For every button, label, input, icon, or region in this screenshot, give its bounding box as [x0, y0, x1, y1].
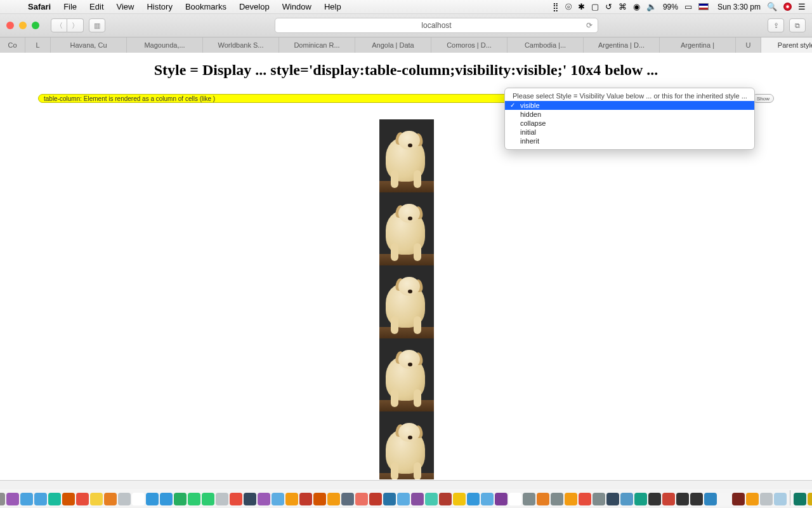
dock-app-icon[interactable]	[230, 493, 242, 505]
dropdown-option[interactable]: collapse	[505, 119, 754, 128]
dock-app-icon[interactable]	[272, 493, 284, 505]
back-button[interactable]: 〈	[51, 18, 67, 32]
browser-tab[interactable]: L	[25, 37, 51, 53]
browser-tab[interactable]: Cambodia |...	[508, 37, 584, 53]
menuextra-icon[interactable]: ⣿	[553, 2, 559, 11]
dropdown-option[interactable]: inherit	[505, 137, 754, 145]
dock-app-icon[interactable]	[258, 493, 270, 505]
dock-app-icon[interactable]	[453, 493, 466, 505]
browser-tab[interactable]: Havana, Cu	[51, 37, 127, 53]
dock-app-icon[interactable]	[794, 493, 806, 505]
dock-app-icon[interactable]	[20, 493, 33, 505]
browser-tab[interactable]: Angola | Data	[355, 37, 431, 53]
dock-app-icon[interactable]	[188, 493, 200, 505]
dock-app-icon[interactable]	[634, 493, 647, 505]
browser-tab[interactable]: Magounda,...	[127, 37, 203, 53]
menu-edit[interactable]: Edit	[83, 2, 110, 11]
menu-develop[interactable]: Develop	[233, 2, 276, 11]
dock-app-icon[interactable]	[174, 493, 187, 505]
tabs-button[interactable]: ⧉	[789, 18, 806, 32]
browser-tab[interactable]: Comoros | D...	[431, 37, 508, 53]
menu-file[interactable]: File	[57, 2, 83, 11]
dock-app-icon[interactable]	[369, 493, 382, 505]
reload-icon[interactable]: ⟳	[586, 21, 593, 30]
menu-view[interactable]: View	[110, 2, 141, 11]
minimize-window-button[interactable]	[19, 22, 27, 29]
bluetooth-icon[interactable]: ⌘	[619, 2, 627, 11]
dock-app-icon[interactable]	[146, 493, 159, 505]
dock-app-icon[interactable]	[481, 493, 494, 505]
zoom-window-button[interactable]	[32, 22, 39, 29]
notification-center-icon[interactable]: ☰	[798, 2, 806, 11]
dropdown-option[interactable]: visible	[505, 101, 754, 110]
dock-app-icon[interactable]	[620, 493, 633, 505]
dock-app-icon[interactable]	[593, 493, 605, 505]
dock-app-icon[interactable]	[565, 493, 577, 505]
spotlight-icon[interactable]: 🔍	[767, 2, 777, 11]
dock-app-icon[interactable]	[760, 493, 773, 505]
menu-bookmarks[interactable]: Bookmarks	[179, 2, 233, 11]
dock-app-icon[interactable]	[6, 493, 19, 505]
dock-app-icon[interactable]	[0, 493, 5, 505]
menuextra-icon[interactable]: ✱	[578, 2, 585, 11]
dock-app-icon[interactable]	[439, 493, 452, 505]
dock-app-icon[interactable]	[118, 493, 131, 505]
browser-tab[interactable]: Dominican R...	[279, 37, 355, 53]
dock-app-icon[interactable]	[662, 493, 675, 505]
browser-tab[interactable]: U	[736, 37, 761, 53]
dock-app-icon[interactable]	[104, 493, 117, 505]
show-button[interactable]: Show	[752, 94, 774, 103]
dock-app-icon[interactable]	[551, 493, 563, 505]
browser-tab[interactable]: Worldbank S...	[203, 37, 279, 53]
dock-app-icon[interactable]	[202, 493, 214, 505]
dock-app-icon[interactable]	[216, 493, 228, 505]
wifi-icon[interactable]: ◉	[633, 2, 640, 11]
dock-app-icon[interactable]	[383, 493, 396, 505]
dock-app-icon[interactable]	[746, 493, 759, 505]
dock-app-icon[interactable]	[48, 493, 61, 505]
input-flag-icon[interactable]	[698, 3, 709, 10]
dock-app-icon[interactable]	[90, 493, 103, 505]
menu-history[interactable]: History	[140, 2, 178, 11]
dock-app-icon[interactable]	[808, 493, 813, 505]
dock-app-icon[interactable]	[425, 493, 438, 505]
dock-app-icon[interactable]	[774, 493, 787, 505]
dock-app-icon[interactable]	[160, 493, 173, 505]
battery-percent[interactable]: 99%	[663, 3, 678, 11]
dock-app-icon[interactable]	[523, 493, 535, 505]
dock-app-icon[interactable]	[676, 493, 689, 505]
dock-app-icon[interactable]	[327, 493, 340, 505]
airplay-icon[interactable]: ▢	[591, 2, 599, 11]
dock-app-icon[interactable]	[34, 493, 47, 505]
dock-app-icon[interactable]	[411, 493, 424, 505]
dock-app-icon[interactable]	[132, 493, 145, 505]
dock-app-icon[interactable]	[537, 493, 549, 505]
menubar-clock[interactable]: Sun 3:30 pm	[717, 3, 761, 11]
dock-app-icon[interactable]	[62, 493, 75, 505]
browser-tab[interactable]: Parent style...	[761, 37, 812, 53]
browser-tab[interactable]: Argentina | D...	[584, 37, 660, 53]
dock-app-icon[interactable]	[76, 493, 89, 505]
forward-button[interactable]: 〉	[67, 18, 84, 32]
dock-app-icon[interactable]	[285, 493, 298, 505]
dropdown-option[interactable]: hidden	[505, 110, 754, 119]
browser-tab[interactable]: Co	[0, 37, 25, 53]
dock-app-icon[interactable]	[704, 493, 717, 505]
dock-app-icon[interactable]	[718, 493, 731, 505]
dock-app-icon[interactable]	[690, 493, 703, 505]
menuextra-icon[interactable]: ⦾	[565, 2, 572, 12]
dock-app-icon[interactable]	[579, 493, 591, 505]
dock-app-icon[interactable]	[495, 493, 508, 505]
menu-window[interactable]: Window	[276, 2, 318, 11]
dock-app-icon[interactable]	[341, 493, 354, 505]
volume-icon[interactable]: 🔈	[646, 2, 657, 11]
dropdown-option[interactable]: initial	[505, 128, 754, 137]
dock-app-icon[interactable]	[397, 493, 410, 505]
dock-app-icon[interactable]	[355, 493, 368, 505]
browser-tab[interactable]: Argentina |	[660, 37, 736, 53]
app-name[interactable]: Safari	[22, 2, 57, 11]
dock-app-icon[interactable]	[732, 493, 745, 505]
dock-app-icon[interactable]	[299, 493, 312, 505]
dock-app-icon[interactable]	[509, 493, 521, 505]
dock-app-icon[interactable]	[313, 493, 326, 505]
